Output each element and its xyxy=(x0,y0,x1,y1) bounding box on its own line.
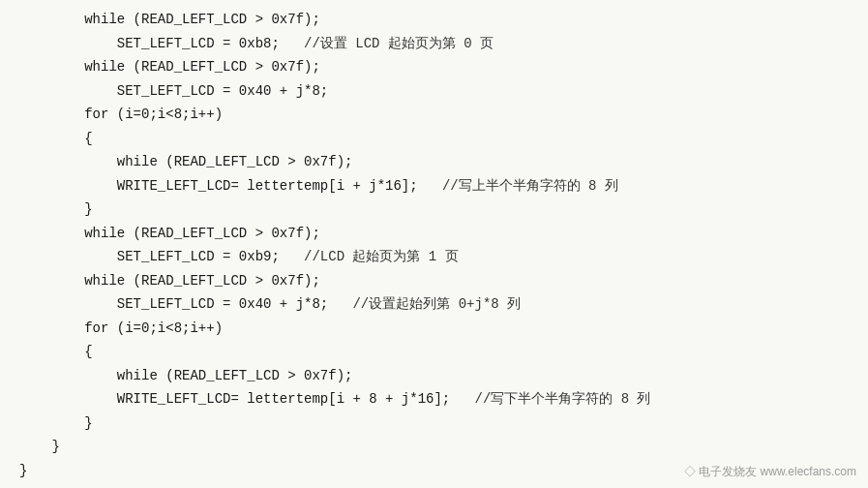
code-line: while (READ_LEFT_LCD > 0x7f); xyxy=(19,222,856,246)
code-line: } xyxy=(19,198,856,222)
code-line: } xyxy=(19,412,856,436)
code-comment: //设置起始列第 0+j*8 列 xyxy=(352,296,521,312)
code-line: SET_LEFT_LCD = 0x40 + j*8; xyxy=(19,79,856,104)
code-comment: //设置 LCD 起始页为第 0 页 xyxy=(304,36,494,51)
code-line: WRITE_LEFT_LCD= lettertemp[i + j*16]; //… xyxy=(19,174,856,198)
code-block: while (READ_LEFT_LCD > 0x7f); SET_LEFT_L… xyxy=(19,8,856,482)
code-line: WRITE_LEFT_LCD= lettertemp[i + 8 + j*16]… xyxy=(19,387,856,412)
code-comment: //写下半个半角字符的 8 列 xyxy=(474,391,650,407)
code-line: { xyxy=(19,340,856,364)
code-line: } xyxy=(19,435,856,459)
code-container: while (READ_LEFT_LCD > 0x7f); SET_LEFT_L… xyxy=(0,0,868,488)
code-line: while (READ_LEFT_LCD > 0x7f); xyxy=(19,150,856,174)
code-line: while (READ_LEFT_LCD > 0x7f); xyxy=(19,269,856,293)
code-line: for (i=0;i<8;i++) xyxy=(19,317,856,341)
code-line: while (READ_LEFT_LCD > 0x7f); xyxy=(19,364,856,388)
code-line: SET_LEFT_LCD = 0xb9; //LCD 起始页为第 1 页 xyxy=(19,245,856,269)
code-line: { xyxy=(19,127,856,151)
code-line: while (READ_LEFT_LCD > 0x7f); xyxy=(19,55,856,79)
code-comment: //LCD 起始页为第 1 页 xyxy=(304,249,459,264)
code-line: SET_LEFT_LCD = 0xb8; //设置 LCD 起始页为第 0 页 xyxy=(19,32,856,56)
code-line: while (READ_LEFT_LCD > 0x7f); xyxy=(19,8,856,32)
watermark: ◇ 电子发烧友 www.elecfans.com xyxy=(684,464,856,480)
code-comment: //写上半个半角字符的 8 列 xyxy=(442,178,618,194)
code-line: SET_LEFT_LCD = 0x40 + j*8; //设置起始列第 0+j*… xyxy=(19,292,856,317)
code-line: for (i=0;i<8;i++) xyxy=(19,103,856,127)
